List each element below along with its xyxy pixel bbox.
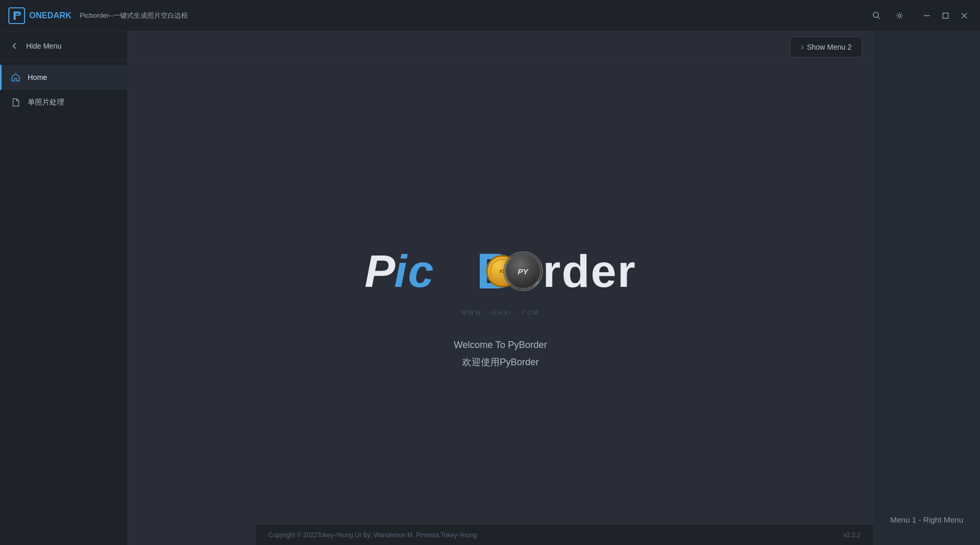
sidebar-single-photo-label: 单照片处理: [28, 98, 64, 107]
footer: Copyright © 2022Tokey-Yeung UI By: Wande…: [256, 524, 873, 545]
welcome-line1: Welcome To PyBorder: [454, 337, 547, 353]
show-menu2-button[interactable]: › Show Menu 2: [790, 37, 863, 57]
footer-copyright: Copyright © 2022Tokey-Yeung UI By: Wande…: [268, 531, 477, 539]
titlebar: ONEDARK Picborder--一键式生成照片空白边框: [0, 0, 980, 31]
titlebar-controls: [869, 8, 972, 23]
svg-point-0: [873, 12, 879, 17]
logo-text: ONEDARK: [29, 11, 72, 20]
maximize-button[interactable]: [938, 8, 953, 23]
sidebar-home-label: Home: [28, 73, 47, 82]
content-toolbar: › Show Menu 2: [128, 31, 873, 63]
py-badge-text: PY: [517, 267, 528, 276]
watermark-text: WWW . GHXI . COM: [461, 309, 539, 316]
picborder-logo: P ic B order IC PY: [391, 237, 610, 305]
search-button[interactable]: [869, 8, 884, 23]
sidebar-item-home[interactable]: Home: [0, 65, 127, 90]
file-icon: [10, 97, 21, 108]
py-badge: PY: [505, 253, 541, 289]
sidebar-item-single-photo[interactable]: 单照片处理: [0, 90, 127, 115]
watermark: WWW . GHXI . COM: [461, 307, 539, 317]
logo-letters-ic: ic: [394, 248, 434, 294]
chevron-left-icon: [8, 40, 21, 52]
settings-button[interactable]: [892, 8, 907, 23]
minimize-button[interactable]: [919, 8, 934, 23]
svg-line-1: [878, 17, 880, 19]
right-menu-label: Menu 1 - Right Menu: [890, 515, 963, 524]
right-panel: Menu 1 - Right Menu: [873, 31, 980, 545]
footer-version: v2.3.2: [843, 531, 860, 539]
content-area: › Show Menu 2 P ic B order IC: [128, 31, 873, 545]
sidebar-nav: Home 单照片处理: [0, 61, 127, 545]
hide-menu-button[interactable]: Hide Menu: [0, 31, 127, 61]
logo-icon: [8, 7, 25, 24]
sidebar: Hide Menu Home 单照片处理: [0, 31, 128, 545]
chevron-right-icon: ›: [801, 42, 804, 52]
main-layout: Hide Menu Home 单照片处理: [0, 31, 980, 545]
svg-point-2: [899, 14, 901, 17]
welcome-text-block: Welcome To PyBorder 欢迎使用PyBorder: [454, 337, 547, 370]
app-logo: ONEDARK: [8, 7, 72, 24]
content-main: P ic B order IC PY: [128, 63, 873, 545]
logo-letter-p: P: [364, 248, 396, 294]
svg-rect-4: [943, 13, 948, 18]
hide-menu-label: Hide Menu: [26, 42, 62, 50]
window-controls: [919, 8, 972, 23]
welcome-line2: 欢迎使用PyBorder: [454, 354, 547, 370]
close-button[interactable]: [957, 8, 972, 23]
show-menu2-label: Show Menu 2: [807, 43, 852, 51]
home-icon: [10, 72, 21, 83]
app-title: Picborder--一键式生成照片空白边框: [80, 11, 188, 20]
